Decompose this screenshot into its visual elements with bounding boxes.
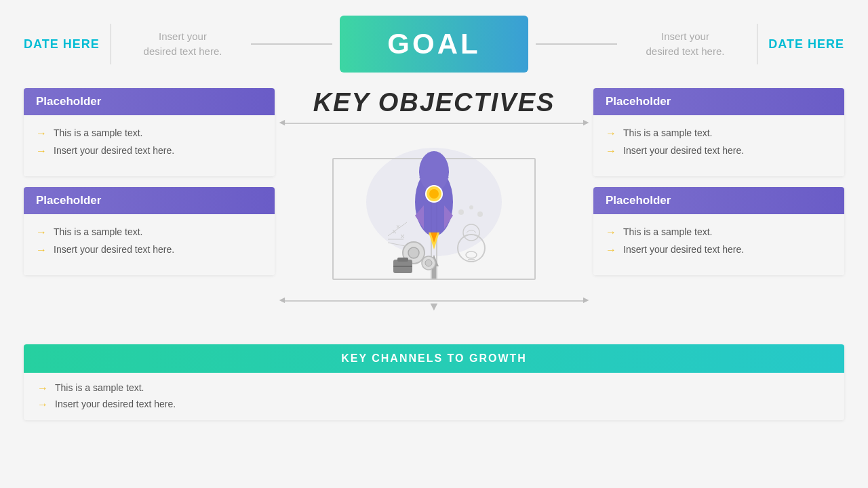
slide: DATE HERE Insert your desired text here.… xyxy=(0,0,868,488)
main-content: Placeholder → This is a sample text. → I… xyxy=(0,88,868,339)
left-card-2-bullet-1[interactable]: → This is a sample text. xyxy=(36,226,262,239)
line-to-goal-left xyxy=(251,43,332,45)
svg-line-23 xyxy=(388,243,406,246)
arrow-icon: → xyxy=(36,145,47,157)
left-card-1-bullet-2[interactable]: → Insert your desired text here. xyxy=(36,145,262,157)
top-row: DATE HERE Insert your desired text here.… xyxy=(0,0,868,88)
text-right[interactable]: Insert your desired text here. xyxy=(624,29,746,60)
svg-point-29 xyxy=(458,209,464,215)
rocket-svg: × × × xyxy=(373,134,495,297)
right-card-1-bullet-2[interactable]: → Insert your desired text here. xyxy=(606,145,832,157)
key-objectives-title: KEY OBJECTIVES xyxy=(313,88,555,117)
right-card-2-body: → This is a sample text. → Insert your d… xyxy=(593,214,844,275)
text-left[interactable]: Insert your desired text here. xyxy=(122,29,244,60)
divider-left xyxy=(111,24,111,64)
bottom-arrow-line: ◄ ► xyxy=(281,300,587,302)
svg-point-4 xyxy=(429,189,439,199)
svg-point-25 xyxy=(466,251,477,258)
right-card-1-bullet-1[interactable]: → This is a sample text. xyxy=(606,127,832,140)
right-card-2-bullet-2[interactable]: → Insert your desired text here. xyxy=(606,244,832,256)
bottom-bullet-1[interactable]: → This is a sample text. xyxy=(37,382,831,394)
center-area: KEY OBJECTIVES ◄ ► xyxy=(275,88,593,302)
left-card-1-bullet-1[interactable]: → This is a sample text. xyxy=(36,127,262,140)
rocket-illustration: × × × xyxy=(326,124,542,307)
right-card-2-bullet-1[interactable]: → This is a sample text. xyxy=(606,226,832,239)
right-card-2-header[interactable]: Placeholder xyxy=(593,187,844,214)
svg-text:×: × xyxy=(400,232,405,241)
arrow-icon: → xyxy=(37,399,48,411)
bottom-bar-body: → This is a sample text. → Insert your d… xyxy=(24,373,844,420)
left-card-2-body: → This is a sample text. → Insert your d… xyxy=(24,214,275,275)
svg-point-28 xyxy=(463,224,479,241)
arrow-icon: → xyxy=(606,226,616,239)
left-card-2-bullet-2[interactable]: → Insert your desired text here. xyxy=(36,244,262,256)
svg-rect-16 xyxy=(397,258,408,262)
bottom-bar-header[interactable]: KEY CHANNELS TO GROWTH xyxy=(24,344,844,373)
arrow-icon: → xyxy=(36,244,47,256)
right-card-1: Placeholder → This is a sample text. → I… xyxy=(593,88,844,176)
right-card-2: Placeholder → This is a sample text. → I… xyxy=(593,187,844,275)
arrow-icon: → xyxy=(36,127,47,140)
bottom-bar: KEY CHANNELS TO GROWTH → This is a sampl… xyxy=(24,344,844,420)
left-card-2: Placeholder → This is a sample text. → I… xyxy=(24,187,275,275)
right-card-1-header[interactable]: Placeholder xyxy=(593,88,844,115)
svg-point-14 xyxy=(425,260,432,266)
left-card-1-header[interactable]: Placeholder xyxy=(24,88,275,115)
left-card-1-body: → This is a sample text. → Insert your d… xyxy=(24,115,275,176)
date-right[interactable]: DATE HERE xyxy=(768,37,844,52)
down-arrow: ▼ xyxy=(428,300,440,314)
svg-point-12 xyxy=(408,247,419,258)
divider-right xyxy=(757,24,757,64)
right-column: Placeholder → This is a sample text. → I… xyxy=(593,88,844,275)
bottom-arrow-row: ◄ ► xyxy=(281,300,587,302)
left-card-2-header[interactable]: Placeholder xyxy=(24,187,275,214)
bottom-bullet-2[interactable]: → Insert your desired text here. xyxy=(37,399,831,411)
svg-point-24 xyxy=(458,235,485,262)
svg-point-30 xyxy=(469,205,473,209)
line-to-goal-right xyxy=(536,43,617,45)
arrow-icon: → xyxy=(606,145,616,157)
arrow-icon: → xyxy=(606,127,616,140)
arrow-icon: → xyxy=(37,382,48,394)
right-card-1-body: → This is a sample text. → Insert your d… xyxy=(593,115,844,176)
left-column: Placeholder → This is a sample text. → I… xyxy=(24,88,275,275)
left-card-1: Placeholder → This is a sample text. → I… xyxy=(24,88,275,176)
arrow-icon: → xyxy=(36,226,47,239)
arrow-icon: → xyxy=(606,244,616,256)
date-left[interactable]: DATE HERE xyxy=(24,37,100,52)
goal-box[interactable]: GOAL xyxy=(340,16,528,73)
svg-point-31 xyxy=(477,211,483,217)
